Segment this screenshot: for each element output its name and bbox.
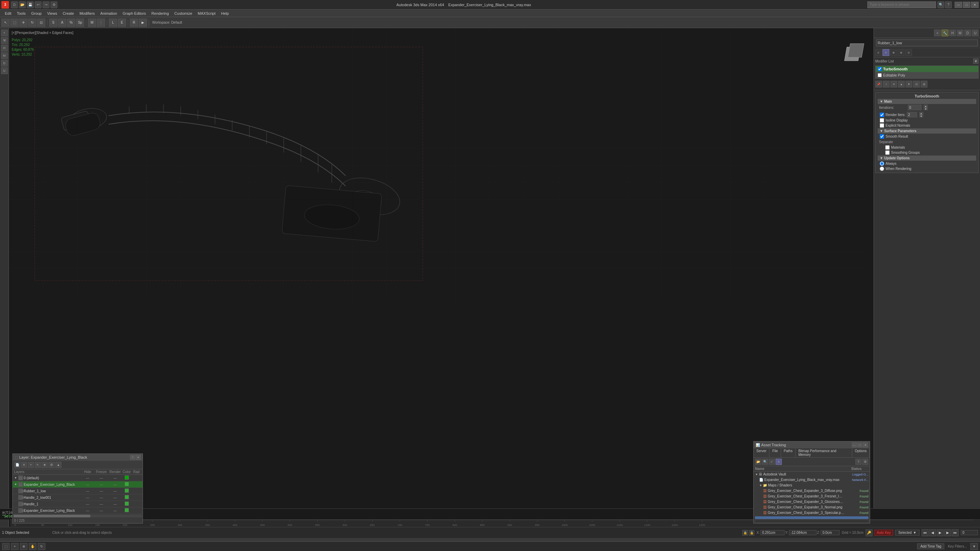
smooth-result-checkbox[interactable] bbox=[880, 134, 884, 139]
asset-row-maps[interactable]: ▼ 📁 Maps / Shaders bbox=[754, 483, 870, 488]
section-surface-params[interactable]: ▼ Surface Parameters bbox=[878, 129, 976, 133]
channel-4[interactable]: ⊙ bbox=[905, 49, 912, 56]
layer-panel-titlebar[interactable]: ⬚ Layer: Expander_Exerciser_Lying_Black … bbox=[13, 454, 143, 461]
render-setup[interactable]: R bbox=[130, 19, 138, 27]
selection-mode-dropdown[interactable]: Selected ▼ bbox=[895, 530, 920, 535]
layer-settings-btn[interactable]: ⚙ bbox=[48, 462, 55, 468]
modify-panel-icon[interactable]: 🔧 bbox=[942, 30, 948, 37]
layer-row-expander-sub[interactable]: ▼ □ Expander_Exerciser_Lying_Black — — — bbox=[13, 507, 143, 514]
explicit-normals-checkbox[interactable] bbox=[880, 123, 884, 128]
asset-close-btn[interactable]: ✕ bbox=[863, 443, 868, 447]
minimize-button[interactable]: — bbox=[955, 2, 962, 8]
mirror-button[interactable]: M bbox=[88, 19, 96, 27]
layer-row-rubber[interactable]: ▼ □ Rubber_1_low — — — bbox=[13, 488, 143, 494]
select-region-button[interactable]: ⬚ bbox=[10, 19, 19, 27]
mod-delete-icon[interactable]: ✕ bbox=[890, 81, 897, 87]
quick-render[interactable]: ▶ bbox=[139, 19, 147, 27]
x-value[interactable]: 0.291cm bbox=[760, 530, 784, 535]
settings-button[interactable]: ⚙ bbox=[51, 2, 57, 8]
goto-start-btn[interactable]: ⏮ bbox=[922, 529, 929, 536]
layer-row-default[interactable]: ▼ ⬚ 0 (default) — — — bbox=[13, 475, 143, 481]
spinner-snap[interactable]: Sp bbox=[76, 19, 84, 27]
channel-0[interactable]: 0 bbox=[875, 49, 882, 56]
menu-group[interactable]: Group bbox=[29, 11, 45, 16]
z-value[interactable]: 0.0cm bbox=[821, 530, 840, 535]
menu-graph-editors[interactable]: Graph Editors bbox=[120, 11, 149, 16]
asset-menu-bitmap[interactable]: Bitmap Performance and Memory bbox=[795, 448, 852, 457]
mod-up-icon[interactable]: ▲ bbox=[898, 81, 905, 87]
modifier-list-dropdown[interactable]: ▼ bbox=[973, 58, 978, 64]
asset-tb-2[interactable]: 🔍 bbox=[762, 459, 768, 465]
redo-button[interactable]: ↪ bbox=[43, 2, 49, 8]
layer-delete-btn[interactable]: ✕ bbox=[21, 462, 27, 468]
snap-toggle[interactable]: S bbox=[49, 19, 57, 27]
asset-tb-4[interactable]: ≡ bbox=[776, 459, 782, 465]
mod-make-unique-icon[interactable]: ⊡ bbox=[913, 81, 920, 87]
asset-menu-options[interactable]: Options bbox=[852, 448, 870, 457]
key-filter-btn[interactable]: ▼ bbox=[970, 543, 978, 550]
layer-highlight-btn[interactable]: ★ bbox=[41, 462, 48, 468]
layer-create-btn[interactable]: 📄 bbox=[14, 462, 20, 468]
render-iters-input[interactable] bbox=[907, 112, 917, 118]
section-update-options[interactable]: ▼ Update Options bbox=[878, 156, 976, 161]
channel-modifier[interactable]: ≡ bbox=[883, 49, 889, 56]
asset-row-fresnel[interactable]: 🖼 Grey_Exerciser_Chest_Expander_3_Fresne… bbox=[754, 494, 870, 499]
asset-row-specular[interactable]: 🖼 Grey_Exerciser_Chest_Expander_3_Specul… bbox=[754, 510, 870, 516]
menu-views[interactable]: Views bbox=[44, 11, 60, 16]
asset-tb-3[interactable]: ✓ bbox=[769, 459, 775, 465]
lock-icon[interactable]: 🔒 bbox=[742, 530, 748, 535]
display-panel-icon[interactable]: D bbox=[964, 30, 971, 37]
motion-panel-icon[interactable]: M bbox=[957, 30, 964, 37]
hierarchy-panel-icon[interactable]: H bbox=[949, 30, 956, 37]
frame-input[interactable]: 0 bbox=[961, 530, 978, 535]
layer-row-expander[interactable]: ▼ ⬚ Expander_Exerciser_Lying_Black — — — bbox=[13, 481, 143, 488]
layer-select-btn[interactable]: ↖ bbox=[35, 462, 41, 468]
scene-explorer[interactable]: E bbox=[118, 19, 126, 27]
search-icon[interactable]: 🔍 bbox=[937, 2, 944, 8]
layer-up-btn[interactable]: ▲ bbox=[55, 462, 62, 468]
orbit-btn[interactable]: ↻ bbox=[38, 543, 45, 550]
y-value[interactable]: -12.084cm bbox=[789, 530, 816, 535]
isoline-checkbox[interactable] bbox=[880, 118, 884, 122]
asset-minimize-btn[interactable]: — bbox=[852, 443, 857, 447]
menu-help[interactable]: Help bbox=[218, 11, 232, 16]
mod-pin-icon[interactable]: 📌 bbox=[875, 81, 882, 87]
menu-rendering[interactable]: Rendering bbox=[149, 11, 172, 16]
editablepoly-checkbox[interactable] bbox=[878, 73, 882, 77]
channel-2[interactable]: ⊕ bbox=[890, 49, 897, 56]
asset-row-glossiness[interactable]: 🖼 Grey_Exerciser_Chest_Expander_3_Glossi… bbox=[754, 499, 870, 505]
create-panel-icon[interactable]: + bbox=[934, 30, 941, 37]
scale-button[interactable]: ⊡ bbox=[37, 19, 45, 27]
menu-maxscript[interactable]: MAXScript bbox=[195, 11, 218, 16]
channel-3[interactable]: ⊗ bbox=[897, 49, 904, 56]
iterations-down[interactable]: ▼ bbox=[924, 108, 928, 110]
layer-panel-close[interactable]: ✕ bbox=[136, 455, 140, 460]
layer-row-handle1[interactable]: ▼ □ Handle_1 — — — bbox=[13, 501, 143, 507]
asset-menu-file[interactable]: File bbox=[770, 448, 781, 457]
move-button[interactable]: ✛ bbox=[19, 19, 27, 27]
menu-animation[interactable]: Animation bbox=[97, 11, 120, 16]
open-button[interactable]: 📂 bbox=[19, 2, 26, 8]
asset-tb-1[interactable]: 📂 bbox=[755, 459, 761, 465]
asset-menu-server[interactable]: Server bbox=[754, 448, 770, 457]
mod-collapse-icon[interactable]: ⊞ bbox=[921, 81, 928, 87]
undo-button[interactable]: ↩ bbox=[35, 2, 41, 8]
asset-tb-help[interactable]: ? bbox=[855, 459, 861, 465]
motion-panel[interactable]: M bbox=[1, 52, 8, 59]
smoothing-groups-checkbox[interactable] bbox=[885, 150, 890, 155]
angle-snap[interactable]: A bbox=[58, 19, 66, 27]
iterations-input[interactable] bbox=[908, 105, 922, 110]
prev-frame-btn[interactable]: ◀ bbox=[929, 529, 936, 536]
asset-tb-settings[interactable]: ⚙ bbox=[862, 459, 869, 465]
add-time-tag-button[interactable]: Add Time Tag bbox=[917, 543, 944, 549]
percent-snap[interactable]: % bbox=[67, 19, 75, 27]
mod-down-icon[interactable]: ▼ bbox=[905, 81, 912, 87]
always-radio[interactable] bbox=[880, 161, 884, 166]
next-frame-btn[interactable]: ▶ bbox=[944, 529, 951, 536]
asset-row-diffuse[interactable]: 🖼 Grey_Exerciser_Chest_Expander_3_Diffus… bbox=[754, 488, 870, 494]
asset-maximize-btn[interactable]: □ bbox=[858, 443, 862, 447]
utilities-panel[interactable]: U bbox=[1, 67, 8, 74]
close-button[interactable]: ✕ bbox=[971, 2, 978, 8]
save-button[interactable]: 💾 bbox=[27, 2, 33, 8]
zoom-btn[interactable]: + bbox=[11, 543, 19, 550]
